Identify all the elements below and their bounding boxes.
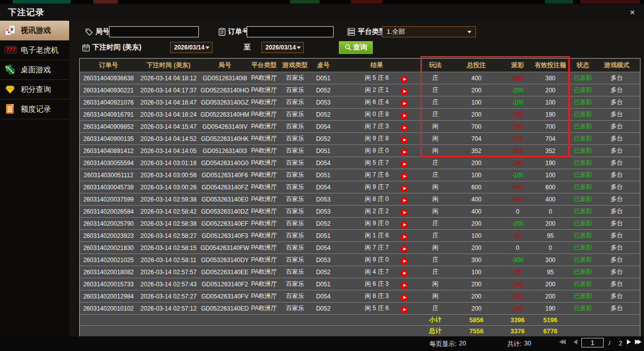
last-page-button[interactable]: [635, 339, 641, 344]
replay-video-icon[interactable]: [400, 112, 408, 119]
replay-video-icon[interactable]: [400, 209, 408, 216]
table-cell: D053: [312, 208, 335, 215]
replay-video-icon[interactable]: [400, 245, 408, 252]
previous-page-button[interactable]: [573, 339, 577, 344]
result-cell: 闲 9 庄 0: [335, 219, 419, 228]
round-cell: GD054263140FV: [200, 293, 250, 300]
round-cell: GD052263140HO: [200, 87, 250, 94]
table-cell: D052: [312, 220, 335, 227]
result-text: 闲 7 庄 6: [365, 171, 389, 178]
replay-video-icon[interactable]: [400, 124, 408, 131]
time-cell: 2026-03-14 02:57:43: [137, 281, 200, 288]
round-cell: GD052263140HM: [200, 111, 250, 118]
dice-icon: [5, 64, 17, 75]
sidebar-item-table-games[interactable]: 桌面游戏: [0, 60, 69, 80]
result-text: 闲 5 庄 6: [365, 74, 389, 81]
payout-cell: 400: [501, 196, 534, 203]
sidebar-item-live-games[interactable]: 9K 视讯游戏: [0, 21, 75, 40]
mode-cell: 多台: [599, 280, 634, 288]
round-number-input[interactable]: [109, 26, 199, 37]
replay-video-icon[interactable]: [400, 221, 408, 228]
total-bet-cell: 200: [452, 244, 501, 252]
platform-cell: PA欧洲厅: [250, 134, 278, 143]
table-cell: D051: [312, 147, 335, 155]
order-number-input[interactable]: [247, 26, 334, 37]
replay-video-icon[interactable]: [400, 100, 408, 107]
table-cell: D051: [312, 172, 335, 179]
total-bet-cell: 352: [452, 147, 501, 155]
replay-video-icon[interactable]: [400, 306, 408, 313]
platform-cell: PA欧洲厅: [250, 146, 278, 155]
valid-bet-cell: 300: [534, 257, 567, 264]
background-artifact: [290, 0, 319, 4]
replay-video-icon[interactable]: [400, 148, 408, 155]
replay-video-icon[interactable]: [400, 258, 408, 264]
replay-video-icon[interactable]: [400, 185, 408, 191]
play-type-cell: 庄: [419, 86, 452, 94]
game-cell: 百家乐: [278, 195, 312, 204]
platform-cell: PA欧洲厅: [250, 256, 278, 264]
total-bet-cell: 100: [452, 99, 501, 106]
replay-video-icon[interactable]: [400, 282, 408, 288]
valid-bet-cell: 0: [534, 208, 567, 215]
total-pages: 2: [619, 340, 622, 347]
valid-bet-cell: 200: [534, 293, 567, 300]
next-page-button[interactable]: [627, 339, 631, 344]
subtotal-valid-bet: 5196: [534, 317, 567, 324]
replay-video-icon[interactable]: [400, 136, 408, 143]
table-row: 2603140200257902026-03-14 02:58:38GD0522…: [80, 217, 640, 229]
replay-video-icon[interactable]: [400, 173, 408, 179]
subtotal-total-bet: 5856: [452, 317, 501, 324]
total-bet-cell: 400: [452, 196, 501, 203]
result-cell: 闲 2 庄 2: [335, 207, 419, 216]
sidebar-item-label: 视讯游戏: [21, 26, 51, 35]
status-cell: 已派彩: [567, 207, 599, 216]
mode-cell: 多台: [599, 292, 634, 300]
valid-bet-cell: 190: [534, 111, 567, 118]
search-icon: [345, 44, 352, 51]
replay-video-icon[interactable]: [400, 197, 408, 204]
game-cell: 百家乐: [278, 207, 312, 216]
result-text: 闲 9 庄 0: [365, 256, 389, 263]
date-to-picker[interactable]: 2026/03/14: [261, 42, 304, 53]
time-cell: 2026-03-14 02:57:12: [137, 305, 200, 312]
sidebar-item-points-query[interactable]: 积分查询: [0, 80, 69, 99]
sidebar-item-credit-records[interactable]: 额度记录: [0, 99, 69, 119]
table-row: 2603140200265842026-03-14 02:58:42GD0532…: [80, 205, 640, 217]
grand-total-valid-bet: 6776: [534, 328, 567, 335]
round-cell: GD051263140F6: [200, 172, 250, 179]
mode-cell: 多台: [599, 110, 634, 119]
close-icon[interactable]: ×: [627, 7, 638, 18]
platform-type-select[interactable]: 1.全部: [382, 26, 476, 37]
time-cell: 2026-03-14 02:57:27: [137, 293, 200, 300]
result-text: 闲 2 庄 1: [365, 86, 389, 93]
round-cell: GD052263140ED: [200, 305, 250, 312]
col-header-game: 游戏类型: [278, 61, 312, 70]
order-cell: 260314020021025: [80, 257, 137, 264]
replay-video-icon[interactable]: [400, 270, 408, 276]
time-cell: 2026-03-14 04:17:37: [137, 87, 200, 94]
replay-video-icon[interactable]: [400, 294, 408, 300]
mode-cell: 多台: [599, 219, 634, 228]
tag-icon: [85, 28, 93, 36]
result-cell: 闲 5 庄 6: [335, 304, 419, 313]
search-button[interactable]: 查询: [339, 41, 372, 54]
result-text: 闲 8 庄 0: [365, 195, 389, 203]
valid-bet-cell: 95: [534, 269, 567, 276]
pagination-bar: 每页显示: 20 共计: 30 / 2: [0, 336, 644, 351]
replay-video-icon[interactable]: [400, 233, 408, 240]
play-type-cell: 闲: [419, 183, 452, 191]
replay-video-icon[interactable]: [400, 76, 408, 82]
page-number-input[interactable]: [581, 338, 604, 347]
status-cell: 已派彩: [567, 98, 599, 107]
replay-video-icon[interactable]: [400, 161, 408, 167]
replay-video-icon[interactable]: [400, 88, 408, 94]
first-page-button[interactable]: [559, 339, 566, 344]
sidebar-item-slots[interactable]: 777 电子老虎机: [0, 40, 69, 60]
subtotal-label: 小计: [419, 316, 452, 324]
play-type-cell: 庄: [419, 304, 452, 313]
date-from-picker[interactable]: 2026/03/14: [170, 42, 212, 53]
calendar-icon: [82, 44, 90, 52]
time-cell: 2026-03-14 02:58:11: [137, 257, 200, 264]
total-bet-cell: 200: [452, 87, 501, 94]
